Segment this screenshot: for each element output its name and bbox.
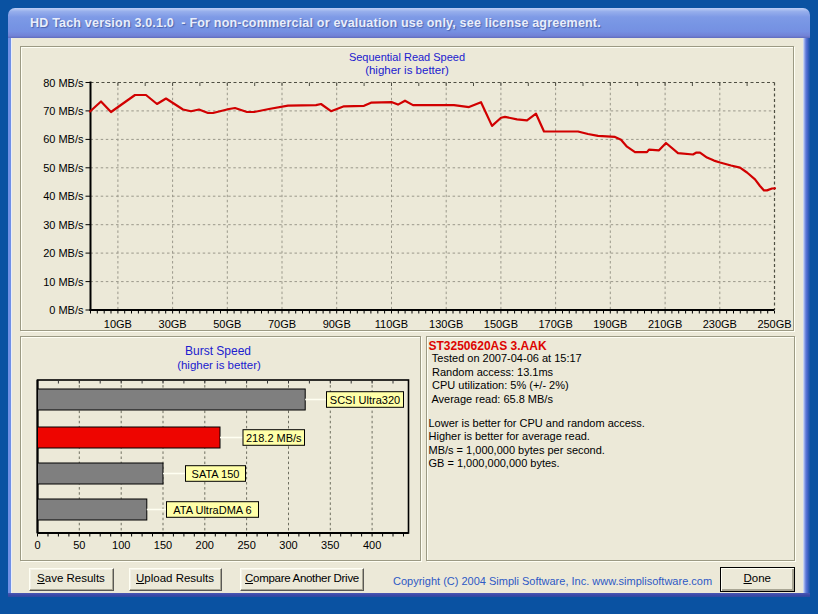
svg-text:30 MB/s: 30 MB/s <box>43 219 84 231</box>
svg-text:90GB: 90GB <box>323 318 351 330</box>
svg-text:40 MB/s: 40 MB/s <box>43 190 84 202</box>
svg-text:SCSI Ultra320: SCSI Ultra320 <box>330 394 400 406</box>
svg-text:200: 200 <box>196 539 214 551</box>
svg-text:SATA 150: SATA 150 <box>192 468 240 480</box>
svg-text:80 MB/s: 80 MB/s <box>43 77 84 89</box>
svg-text:(higher is better): (higher is better) <box>177 359 261 371</box>
svg-text:150GB: 150GB <box>484 318 518 330</box>
svg-text:0 MB/s: 0 MB/s <box>49 304 84 316</box>
svg-text:100: 100 <box>112 539 130 551</box>
svg-text:70GB: 70GB <box>268 318 296 330</box>
svg-text:250GB: 250GB <box>757 318 791 330</box>
svg-text:350: 350 <box>321 539 339 551</box>
svg-text:50 MB/s: 50 MB/s <box>43 162 84 174</box>
svg-text:30GB: 30GB <box>159 318 187 330</box>
svg-text:Burst Speed: Burst Speed <box>185 344 251 358</box>
svg-text:60 MB/s: 60 MB/s <box>43 133 84 145</box>
svg-text:230GB: 230GB <box>703 318 737 330</box>
svg-text:110GB: 110GB <box>375 318 408 330</box>
svg-text:(higher is better): (higher is better) <box>365 64 449 76</box>
svg-text:190GB: 190GB <box>593 318 627 330</box>
svg-text:Sequential Read Speed: Sequential Read Speed <box>349 51 465 63</box>
svg-text:300: 300 <box>279 539 297 551</box>
svg-text:150: 150 <box>154 539 172 551</box>
svg-text:218.2 MB/s: 218.2 MB/s <box>246 432 302 444</box>
svg-text:20 MB/s: 20 MB/s <box>43 247 84 259</box>
svg-text:10GB: 10GB <box>104 318 132 330</box>
svg-text:ATA UltraDMA 6: ATA UltraDMA 6 <box>173 504 251 516</box>
svg-text:0: 0 <box>34 539 40 551</box>
svg-text:400: 400 <box>363 539 381 551</box>
svg-text:50: 50 <box>73 539 85 551</box>
svg-text:50GB: 50GB <box>213 318 241 330</box>
svg-text:10 MB/s: 10 MB/s <box>43 276 84 288</box>
svg-text:250: 250 <box>237 539 255 551</box>
svg-text:130GB: 130GB <box>429 318 463 330</box>
svg-text:170GB: 170GB <box>538 318 572 330</box>
svg-text:210GB: 210GB <box>648 318 682 330</box>
svg-text:70 MB/s: 70 MB/s <box>43 105 84 117</box>
